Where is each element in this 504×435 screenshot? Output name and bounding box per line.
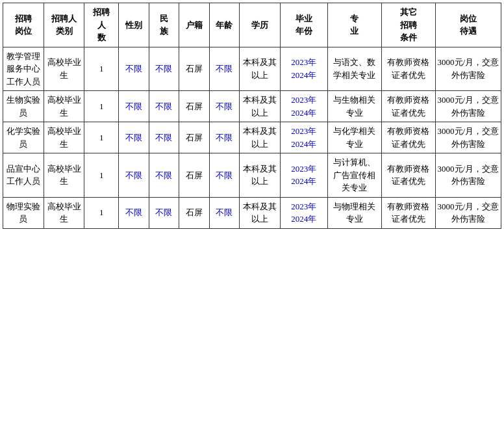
cell-age: 不限 xyxy=(209,91,240,122)
cell-nation: 不限 xyxy=(149,153,179,198)
cell-other: 有教师资格证者优先 xyxy=(381,153,435,198)
cell-count: 1 xyxy=(84,197,119,228)
cell-salary: 3000元/月，交意外伤害险 xyxy=(435,153,501,198)
cell-type: 高校毕业生 xyxy=(44,153,84,198)
cell-major: 与物理相关专业 xyxy=(327,197,381,228)
header-other: 其它招聘条件 xyxy=(381,3,435,47)
cell-huji: 石屏 xyxy=(179,47,210,91)
cell-other: 有教师资格证者优先 xyxy=(381,122,435,153)
cell-type: 高校毕业生 xyxy=(44,91,84,122)
cell-gender: 不限 xyxy=(119,197,149,228)
cell-salary: 3000元/月，交意外伤害险 xyxy=(435,47,501,91)
cell-count: 1 xyxy=(84,91,119,122)
cell-edu: 本科及其以上 xyxy=(240,197,281,228)
header-gender: 性别 xyxy=(119,3,149,47)
cell-position: 生物实验员 xyxy=(3,91,44,122)
cell-nation: 不限 xyxy=(149,47,179,91)
cell-position: 物理实验员 xyxy=(3,197,44,228)
cell-nation: 不限 xyxy=(149,91,179,122)
cell-year: 2023年2024年 xyxy=(280,91,327,122)
table-wrapper: 招聘岗位 招聘人类别 招聘人数 性别 民族 户籍 年龄 学历 毕业年份 专业 其… xyxy=(3,3,501,229)
cell-major: 与生物相关专业 xyxy=(327,91,381,122)
cell-major: 与化学相关专业 xyxy=(327,122,381,153)
cell-edu: 本科及其以上 xyxy=(240,47,281,91)
cell-gender: 不限 xyxy=(119,47,149,91)
cell-type: 高校毕业生 xyxy=(44,197,84,228)
header-type: 招聘人类别 xyxy=(44,3,84,47)
table-row: 生物实验员高校毕业生1不限不限石屏不限本科及其以上2023年2024年与生物相关… xyxy=(3,91,501,122)
cell-major: 与语文、数学相关专业 xyxy=(327,47,381,91)
recruitment-table: 招聘岗位 招聘人类别 招聘人数 性别 民族 户籍 年龄 学历 毕业年份 专业 其… xyxy=(3,3,501,229)
cell-year: 2023年2024年 xyxy=(280,197,327,228)
cell-huji: 石屏 xyxy=(179,91,210,122)
cell-other: 有教师资格证者优先 xyxy=(381,47,435,91)
header-count: 招聘人数 xyxy=(84,3,119,47)
cell-year: 2023年2024年 xyxy=(280,122,327,153)
header-row: 招聘岗位 招聘人类别 招聘人数 性别 民族 户籍 年龄 学历 毕业年份 专业 其… xyxy=(3,3,501,47)
table-row: 教学管理服务中心工作人员高校毕业生1不限不限石屏不限本科及其以上2023年202… xyxy=(3,47,501,91)
cell-age: 不限 xyxy=(209,47,240,91)
cell-position: 化学实验员 xyxy=(3,122,44,153)
cell-other: 有教师资格证者优先 xyxy=(381,91,435,122)
cell-major: 与计算机、广告宣传相关专业 xyxy=(327,153,381,198)
cell-edu: 本科及其以上 xyxy=(240,122,281,153)
header-major: 专业 xyxy=(327,3,381,47)
cell-gender: 不限 xyxy=(119,91,149,122)
header-edu: 学历 xyxy=(240,3,281,47)
cell-edu: 本科及其以上 xyxy=(240,91,281,122)
cell-year: 2023年2024年 xyxy=(280,153,327,198)
header-year: 毕业年份 xyxy=(280,3,327,47)
header-huji: 户籍 xyxy=(179,3,210,47)
cell-age: 不限 xyxy=(209,122,240,153)
cell-other: 有教师资格证者优先 xyxy=(381,197,435,228)
cell-type: 高校毕业生 xyxy=(44,47,84,91)
cell-age: 不限 xyxy=(209,197,240,228)
cell-count: 1 xyxy=(84,122,119,153)
cell-nation: 不限 xyxy=(149,122,179,153)
cell-type: 高校毕业生 xyxy=(44,122,84,153)
header-age: 年龄 xyxy=(209,3,240,47)
cell-gender: 不限 xyxy=(119,122,149,153)
header-position: 招聘岗位 xyxy=(3,3,44,47)
table-row: 物理实验员高校毕业生1不限不限石屏不限本科及其以上2023年2024年与物理相关… xyxy=(3,197,501,228)
header-nation: 民族 xyxy=(149,3,179,47)
cell-salary: 3000元/月，交意外伤害险 xyxy=(435,122,501,153)
cell-gender: 不限 xyxy=(119,153,149,198)
cell-edu: 本科及其以上 xyxy=(240,153,281,198)
cell-salary: 3000元/月，交意外伤害险 xyxy=(435,197,501,228)
cell-huji: 石屏 xyxy=(179,122,210,153)
cell-count: 1 xyxy=(84,47,119,91)
cell-year: 2023年2024年 xyxy=(280,47,327,91)
cell-position: 品宣中心工作人员 xyxy=(3,153,44,198)
cell-nation: 不限 xyxy=(149,197,179,228)
cell-huji: 石屏 xyxy=(179,197,210,228)
header-salary: 岗位待遇 xyxy=(435,3,501,47)
table-row: 品宣中心工作人员高校毕业生1不限不限石屏不限本科及其以上2023年2024年与计… xyxy=(3,153,501,198)
cell-huji: 石屏 xyxy=(179,153,210,198)
cell-age: 不限 xyxy=(209,153,240,198)
cell-count: 1 xyxy=(84,153,119,198)
cell-salary: 3000元/月，交意外伤害险 xyxy=(435,91,501,122)
cell-position: 教学管理服务中心工作人员 xyxy=(3,47,44,91)
table-row: 化学实验员高校毕业生1不限不限石屏不限本科及其以上2023年2024年与化学相关… xyxy=(3,122,501,153)
